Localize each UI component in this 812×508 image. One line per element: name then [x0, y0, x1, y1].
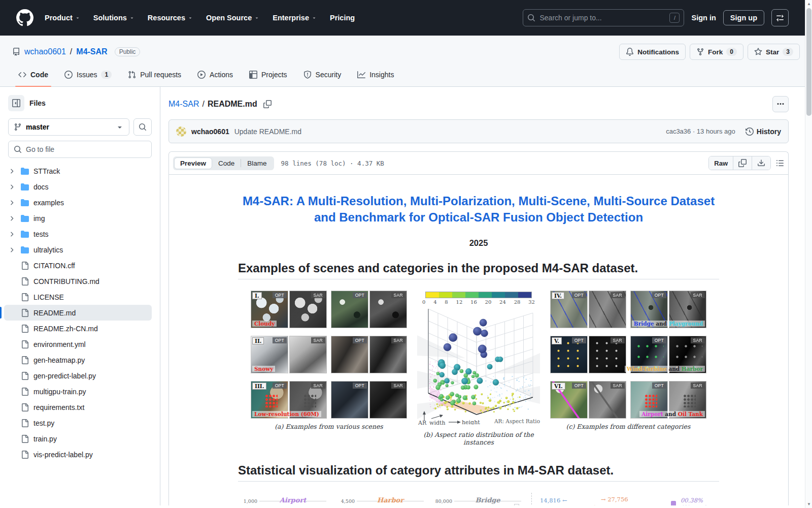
tree-item-sttrack[interactable]: STTrack	[4, 163, 152, 179]
github-logo-icon[interactable]	[16, 9, 33, 26]
sar-image: SAR	[289, 336, 327, 373]
chevron-down-icon	[188, 15, 193, 20]
tree-item-label: gen-predict-label.py	[33, 372, 96, 380]
tree-item-readme-md[interactable]: README.md	[4, 305, 152, 321]
sign-in-link[interactable]: Sign in	[691, 14, 716, 22]
tree-item-multigpu-train-py[interactable]: multigpu-train.py	[4, 384, 152, 399]
tab-issues[interactable]: Issues1	[58, 69, 118, 86]
nav-item-resources[interactable]: Resources	[148, 14, 193, 22]
tree-item-ultralytics[interactable]: ultralytics	[4, 242, 152, 258]
tab-code[interactable]: Code	[12, 69, 54, 86]
chart-bridge: 80,000 Bridge 60,000	[433, 493, 523, 505]
figure-row-iv-: OPTIV.SAROPTSARBridge and Playground	[550, 291, 706, 328]
tree-item-vis-predict-label-py[interactable]: vis-predict-label.py	[4, 447, 152, 462]
tree-item-license[interactable]: LICENSE	[4, 289, 152, 305]
chevron-down-icon	[312, 15, 317, 20]
image-type-tag: SAR	[391, 292, 405, 298]
scrollbar-thumb[interactable]	[806, 8, 811, 116]
history-button[interactable]: History	[746, 128, 781, 136]
tree-item-citation-cff[interactable]: CITATION.cff	[4, 258, 152, 273]
caption-c: (c) Examples from different categories	[550, 423, 706, 430]
colorbar-tick: 20	[485, 299, 492, 305]
tree-item-readme-zh-cn-md[interactable]: README.zh-CN.md	[4, 321, 152, 336]
raw-button[interactable]: Raw	[709, 156, 733, 170]
tree-item-environment-yml[interactable]: environment.yml	[4, 336, 152, 352]
page-scrollbar[interactable]: ▲ ▼	[805, 0, 812, 508]
main-nav: ProductSolutionsResourcesOpen SourceEnte…	[45, 14, 512, 22]
sar-image: SAR	[589, 381, 626, 419]
appearance-settings-button[interactable]	[771, 9, 789, 26]
tree-item-gen-predict-label-py[interactable]: gen-predict-label.py	[4, 368, 152, 384]
tab-security[interactable]: Security	[297, 69, 348, 86]
repo-name-link[interactable]: M4-SAR	[76, 47, 107, 56]
go-to-file-box[interactable]	[8, 141, 152, 158]
tab-preview[interactable]: Preview	[174, 157, 212, 169]
tree-item-requirements-txt[interactable]: requirements.txt	[4, 399, 152, 415]
tab-projects[interactable]: Projects	[243, 69, 293, 86]
nav-item-open-source[interactable]: Open Source	[206, 14, 259, 22]
tree-item-img[interactable]: img	[4, 210, 152, 226]
more-options-button[interactable]	[772, 96, 789, 112]
go-to-file-input[interactable]	[26, 145, 146, 153]
tree-search-button[interactable]	[133, 118, 152, 136]
tab-pull-requests[interactable]: Pull requests	[122, 69, 187, 86]
tab-actions[interactable]: Actions	[191, 69, 239, 86]
chevron-right-icon[interactable]	[8, 168, 16, 175]
copy-raw-button[interactable]	[733, 156, 752, 170]
copy-path-icon[interactable]	[263, 100, 272, 108]
notifications-button[interactable]: Notifications	[619, 44, 686, 60]
tree-item-train-py[interactable]: train.py	[4, 431, 152, 447]
tree-item-label: CITATION.cff	[33, 262, 75, 270]
figure-panel-a: OPTI.SAROPTSARCloudyOPTII.SAROPTSARSnowy…	[251, 291, 407, 446]
nav-item-solutions[interactable]: Solutions	[93, 14, 134, 22]
nav-item-pricing[interactable]: Pricing	[330, 14, 355, 22]
optical-image: OPTVI.	[550, 381, 588, 419]
chevron-right-icon[interactable]	[8, 183, 16, 190]
repo-owner-link[interactable]: wchao0601	[24, 47, 66, 56]
nav-item-enterprise[interactable]: Enterprise	[273, 14, 317, 22]
row-caption: Cloudy	[252, 321, 277, 327]
tree-item-docs[interactable]: docs	[4, 179, 152, 195]
chevron-right-icon[interactable]	[8, 231, 16, 238]
file-icon	[21, 262, 29, 270]
colorbar-ticks: 048121620242832	[422, 299, 535, 305]
avatar[interactable]	[176, 126, 186, 137]
tree-item-tests[interactable]: tests	[4, 226, 152, 242]
scroll-down-arrow[interactable]: ▼	[805, 502, 812, 506]
search-input[interactable]	[539, 14, 665, 22]
image-type-tag: SAR	[611, 383, 625, 389]
chevron-right-icon[interactable]	[8, 215, 16, 222]
bell-icon	[626, 48, 634, 56]
branch-selector[interactable]: master	[8, 118, 129, 136]
chevron-right-icon[interactable]	[8, 199, 16, 206]
star-count: 3	[783, 48, 793, 56]
download-raw-button[interactable]	[752, 156, 770, 170]
collapse-sidebar-button[interactable]	[8, 95, 24, 111]
outline-button[interactable]	[776, 159, 784, 167]
tree-item-label: README.zh-CN.md	[33, 325, 98, 333]
tab-code[interactable]: Code	[212, 157, 241, 169]
chevron-right-icon[interactable]	[8, 246, 16, 253]
repo-icon	[12, 48, 20, 56]
image-type-tag: OPT	[353, 383, 367, 389]
commit-message-link[interactable]: Update README.md	[234, 128, 661, 136]
tree-item-label: test.py	[33, 419, 54, 427]
breadcrumb-repo-link[interactable]: M4-SAR	[168, 100, 199, 109]
global-search[interactable]: /	[523, 9, 684, 26]
readme-year: 2025	[238, 238, 719, 248]
fork-button[interactable]: Fork 0	[690, 44, 743, 60]
tree-item-gen-heatmap-py[interactable]: gen-heatmap.py	[4, 352, 152, 368]
colorbar-tick: 16	[470, 299, 477, 305]
sign-up-button[interactable]: Sign up	[723, 10, 764, 25]
tree-item-examples[interactable]: examples	[4, 195, 152, 210]
tree-item-test-py[interactable]: test.py	[4, 415, 152, 431]
sar-image: SAR	[369, 291, 407, 328]
nav-item-product[interactable]: Product	[45, 14, 80, 22]
sar-image: SAR	[369, 336, 407, 373]
commit-author-link[interactable]: wchao0601	[191, 128, 229, 136]
tab-blame[interactable]: Blame	[241, 157, 273, 169]
tree-item-contributing-md[interactable]: CONTRIBUTING.md	[4, 273, 152, 289]
tab-insights[interactable]: Insights	[351, 69, 400, 86]
scroll-up-arrow[interactable]: ▲	[805, 2, 812, 6]
star-button[interactable]: Star 3	[748, 44, 800, 60]
